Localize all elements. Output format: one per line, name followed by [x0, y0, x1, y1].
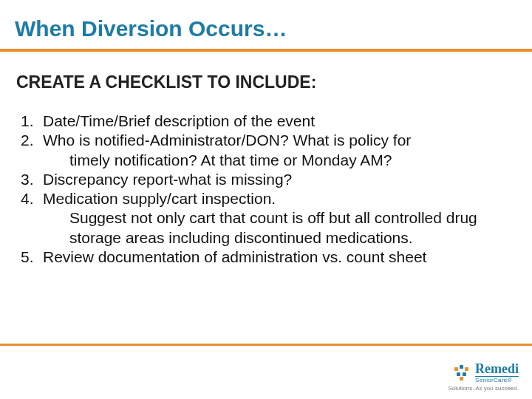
list-item: 3. Discrepancy report-what is missing?: [21, 170, 511, 189]
list-text-main: Who is notified-Administrator/DON? What …: [43, 132, 411, 149]
brand-text: Remedi SeniorCare®: [475, 362, 519, 383]
list-text-main: Discrepancy report-what is missing?: [43, 171, 292, 188]
list-text: Review documentation of administration v…: [43, 248, 511, 267]
brand-sub: SeniorCare®: [475, 376, 519, 383]
checklist: 1. Date/Time/Brief description of the ev…: [0, 97, 532, 267]
brand-name: Remedi: [475, 362, 519, 375]
footer-divider: [0, 344, 532, 346]
list-item: 2. Who is notified-Administrator/DON? Wh…: [21, 131, 511, 170]
list-item: 5. Review documentation of administratio…: [21, 248, 511, 267]
slide-title: When Diversion Occurs…: [0, 0, 532, 49]
brand-logo: Remedi SeniorCare®: [454, 362, 519, 383]
list-text: Medication supply/cart inspection. Sugge…: [43, 189, 511, 248]
list-number: 3.: [21, 170, 43, 189]
list-number: 1.: [21, 112, 43, 131]
list-number: 5.: [21, 248, 43, 267]
list-number: 4.: [21, 189, 43, 248]
list-text: Discrepancy report-what is missing?: [43, 170, 511, 189]
slide: When Diversion Occurs… CREATE A CHECKLIS…: [0, 0, 532, 399]
list-text-main: Review documentation of administration v…: [43, 248, 426, 265]
footer: Remedi SeniorCare® Solutions. As you suc…: [448, 362, 519, 392]
list-text-extra: timely notification? At that time or Mon…: [43, 151, 511, 170]
list-item: 4. Medication supply/cart inspection. Su…: [21, 189, 511, 248]
list-text-main: Medication supply/cart inspection.: [43, 190, 276, 207]
list-text: Who is notified-Administrator/DON? What …: [43, 131, 511, 170]
list-text-main: Date/Time/Brief description of the event: [43, 112, 315, 129]
list-number: 2.: [21, 131, 43, 170]
slide-subtitle: CREATE A CHECKLIST TO INCLUDE:: [0, 52, 532, 97]
list-text-extra: Suggest not only cart that count is off …: [43, 208, 511, 248]
brand-mark-icon: [454, 365, 471, 381]
list-text: Date/Time/Brief description of the event: [43, 112, 511, 131]
list-item: 1. Date/Time/Brief description of the ev…: [21, 112, 511, 131]
brand-tagline: Solutions. As you succeed.: [448, 385, 519, 392]
